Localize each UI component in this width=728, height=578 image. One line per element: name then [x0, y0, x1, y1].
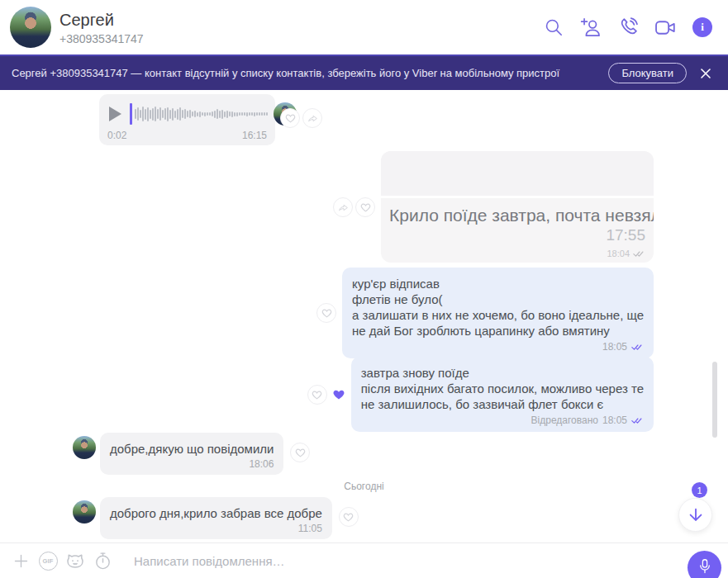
like-heart-icon[interactable] [339, 507, 359, 527]
gif-icon[interactable]: GIF [37, 550, 59, 571]
message-line: не залишилось, бо зазвичай флет бокси є [361, 396, 644, 412]
read-checkmarks-icon [633, 250, 645, 258]
scroll-to-bottom-button[interactable] [678, 498, 712, 532]
sticker-icon[interactable] [64, 550, 86, 571]
voice-progress-cursor [130, 103, 132, 125]
message-line: флетів не було( [352, 291, 644, 307]
voice-waveform[interactable] [130, 102, 269, 126]
message-time: 18:05 [602, 415, 627, 426]
message-bubble: добре,дякую що повідомили 18:06 [100, 433, 283, 475]
outgoing-message-1: кур'єр відписав флетів не було( а залиша… [342, 268, 654, 358]
message-bubble: доброго дня,крило забрав все добре 11:05 [100, 497, 332, 539]
message-time: 18:04 [607, 249, 630, 258]
voice-hover-actions [280, 108, 322, 128]
peer-identity: Сергей +380935341747 [59, 10, 144, 45]
voice-duration: 0:02 [107, 130, 126, 141]
image-inner-time: 17:55 [389, 226, 645, 244]
sender-avatar[interactable] [73, 500, 96, 524]
read-checkmarks-icon [631, 343, 644, 351]
incoming-message-1: добре,дякую що повідомили 18:06 [73, 433, 310, 475]
edited-label: Відредаговано [531, 415, 598, 426]
peer-name: Сергей [59, 10, 144, 30]
image-thumbnail [381, 151, 654, 198]
message-line: а залишати в них не хочемо, бо воно ідеа… [352, 307, 644, 323]
scrollbar-thumb[interactable] [712, 362, 717, 438]
forward-icon[interactable] [302, 108, 322, 128]
message-text: добре,дякую що повідомили [110, 442, 274, 456]
sender-avatar[interactable] [73, 436, 96, 459]
forward-icon[interactable] [333, 197, 353, 217]
voice-message: 0:02 16:15 [99, 94, 322, 145]
unknown-contact-banner: Сергей +380935341747 — контакт відсутній… [0, 54, 728, 90]
message-line: завтра знову поїде [361, 365, 644, 381]
search-icon[interactable] [541, 15, 566, 40]
peer-phone: +380935341747 [59, 32, 144, 45]
info-icon[interactable]: i [690, 15, 715, 40]
message-bubble: завтра знову поїде після вихідних багато… [351, 357, 654, 432]
voice-record-button[interactable] [688, 551, 721, 578]
header-actions: i [541, 15, 728, 40]
date-separator: Сьогодні [0, 481, 728, 492]
message-line: після вихідних багато посилок, можливо ч… [361, 381, 644, 396]
chat-header: Сергей +380935341747 i [0, 0, 728, 54]
outgoing-message-2: завтра знову поїде після вихідних багато… [351, 357, 654, 432]
message-hover-actions [307, 385, 345, 405]
voice-time: 16:15 [242, 130, 267, 141]
play-icon[interactable] [107, 105, 123, 123]
video-call-icon[interactable] [653, 15, 678, 40]
image-content: Крило поїде завтра, почта невзяла 17:55 [381, 198, 654, 244]
image-hover-actions [333, 197, 375, 217]
peer-avatar[interactable] [10, 7, 51, 48]
message-line: кур'єр відписав [352, 276, 644, 291]
message-line: не дай Бог зроблють царапинку або вмятин… [352, 323, 644, 339]
message-hover-actions [316, 303, 336, 323]
unread-count-badge: 1 [692, 482, 707, 498]
image-caption: Крило поїде завтра, почта невзяла [389, 206, 645, 225]
like-heart-icon[interactable] [280, 108, 300, 128]
message-status: 18:04 [607, 249, 645, 258]
call-icon[interactable] [616, 15, 640, 40]
message-time: 11:05 [110, 523, 322, 534]
image-message: Крило поїде завтра, почта невзяла 17:55 … [381, 151, 654, 263]
message-bubble: кур'єр відписав флетів не було( а залиша… [342, 268, 654, 358]
voice-waveform-bars [135, 102, 269, 126]
image-message-bubble[interactable]: Крило поїде завтра, почта невзяла 17:55 … [381, 151, 654, 263]
like-heart-icon[interactable] [307, 385, 327, 405]
heart-reaction-icon[interactable] [332, 388, 345, 401]
read-checkmarks-icon [631, 417, 644, 424]
message-text: доброго дня,крило забрав все добре [110, 506, 322, 520]
voice-message-bubble: 0:02 16:15 [99, 94, 275, 145]
close-icon[interactable] [695, 63, 716, 84]
block-button[interactable]: Блокувати [608, 63, 687, 83]
like-heart-icon[interactable] [316, 303, 336, 323]
message-input[interactable] [134, 554, 728, 568]
like-heart-icon[interactable] [290, 443, 310, 462]
incoming-message-2: доброго дня,крило забрав все добре 11:05 [73, 497, 359, 539]
viber-chat-window: Сергей +380935341747 i Сергей +380935341… [0, 0, 728, 578]
banner-text: Сергей +380935341747 — контакт відсутній… [12, 67, 559, 79]
message-time: 18:05 [602, 341, 627, 353]
composer-bar: GIF [0, 542, 728, 578]
message-time: 18:06 [110, 458, 274, 470]
attach-plus-icon[interactable] [10, 550, 31, 571]
add-contact-icon[interactable] [578, 15, 603, 40]
like-heart-icon[interactable] [355, 197, 375, 217]
secret-timer-icon[interactable] [92, 550, 113, 571]
